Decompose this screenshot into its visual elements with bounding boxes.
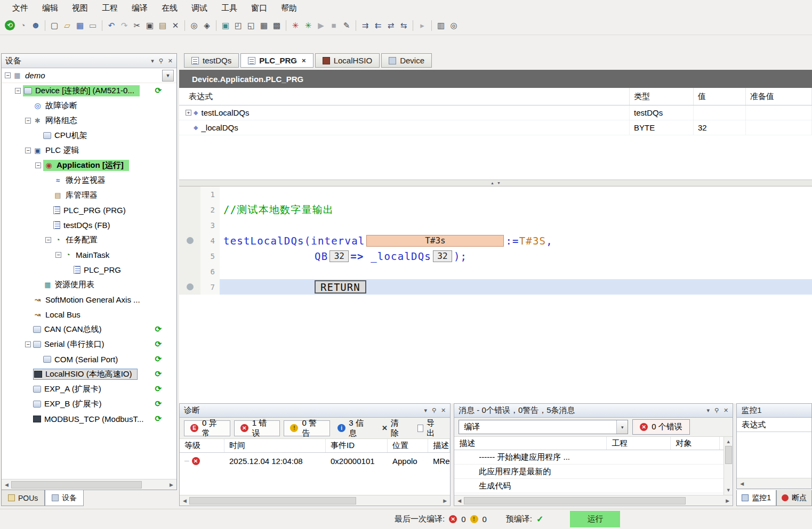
menu-item-view[interactable]: 视图 <box>65 0 95 16</box>
panel-pin-icon[interactable]: ⚲ <box>432 407 436 414</box>
table-row[interactable]: 生成代码 <box>454 479 723 493</box>
stop-app-icon[interactable]: ■ <box>327 19 340 32</box>
panel-pin-icon[interactable]: ⚲ <box>714 407 719 414</box>
table-row[interactable]: + ◆ testLocalDQs testDQs <box>179 105 812 120</box>
tree-item-maintask[interactable]: − MainTask <box>2 247 176 262</box>
tree-item-fault-diagnosis[interactable]: 故障诊断 <box>2 98 176 113</box>
grid-view-icon[interactable]: ▦ <box>258 19 270 32</box>
scroll-left-icon[interactable]: ◀ <box>737 479 746 488</box>
scroll-right-icon[interactable]: ▶ <box>167 481 176 489</box>
table-row[interactable]: ------ 开始构建应用程序 ... <box>454 450 723 465</box>
panel-dropdown-icon[interactable]: ▾ <box>151 58 154 64</box>
tab-watch1[interactable]: 监控1 <box>736 490 776 506</box>
import-box-icon[interactable]: ◱ <box>245 19 258 32</box>
grid-settings-icon[interactable]: ▩ <box>270 19 283 32</box>
inline-value-box[interactable]: 32 <box>433 250 452 262</box>
tree-item-testdqs[interactable]: testDQs (FB) <box>2 217 176 232</box>
find-icon[interactable]: ◎ <box>188 19 200 32</box>
expander-icon[interactable]: − <box>25 341 31 347</box>
step-over-icon[interactable]: ▸ <box>416 19 429 32</box>
cut-icon[interactable]: ✂ <box>131 19 143 32</box>
undo-icon[interactable]: ↶ <box>105 19 118 32</box>
copy-icon[interactable]: ▣ <box>143 19 156 32</box>
panel-close-icon[interactable]: ✕ <box>441 407 446 414</box>
device-tree-hscrollbar[interactable]: ◀ ▶ <box>2 479 176 490</box>
tree-item-plc-logic[interactable]: − PLC 逻辑 <box>2 143 176 158</box>
logout-device-icon[interactable]: ✳ <box>302 19 315 32</box>
tree-item-exp-b[interactable]: EXP_B (扩展卡) ⟳ <box>2 396 176 411</box>
panel-close-icon[interactable]: ✕ <box>168 58 173 64</box>
scroll-left-icon[interactable]: ◀ <box>180 497 189 505</box>
scrollbar-thumb[interactable] <box>725 446 732 464</box>
delete-icon[interactable]: ✕ <box>169 19 182 32</box>
device-combo[interactable]: − demo ▼ <box>2 68 176 83</box>
history-icon[interactable]: ◔ <box>17 19 29 32</box>
tab-breakpoints[interactable]: 断点 <box>776 490 812 506</box>
export-button[interactable]: 导出 <box>414 420 446 436</box>
tab-testdqs[interactable]: testDQs <box>184 53 239 68</box>
menu-item-help[interactable]: 帮助 <box>274 0 304 16</box>
scroll-down-icon[interactable]: ▼ <box>724 486 733 494</box>
menu-item-file[interactable]: 文件 <box>5 0 35 16</box>
breakpoint-margin[interactable] <box>179 248 200 264</box>
tab-localhsio[interactable]: LocalHSIO <box>315 53 380 68</box>
tree-item-local-bus[interactable]: Local Bus <box>2 307 176 322</box>
edit-mode-icon[interactable]: ✎ <box>340 19 353 32</box>
expander-icon[interactable]: − <box>15 88 21 94</box>
zoom-tool-icon[interactable]: ◎ <box>447 19 460 32</box>
panel-dropdown-icon[interactable]: ▾ <box>706 407 710 414</box>
scroll-left-icon[interactable]: ◀ <box>455 497 464 505</box>
tree-item-cpu-rack[interactable]: CPU机架 <box>2 128 176 143</box>
device-combo-arrow-icon[interactable]: ▼ <box>162 70 174 82</box>
expander-icon[interactable]: − <box>25 118 31 124</box>
tree-item-library-manager[interactable]: 库管理器 <box>2 188 176 202</box>
menu-item-build[interactable]: 编译 <box>125 0 155 16</box>
clear-button[interactable]: ✕ 清除 <box>378 420 410 436</box>
editor-splitter[interactable]: ▲ ▼ <box>179 180 812 186</box>
tree-item-resource-usage[interactable]: 资源使用表 <box>2 277 176 292</box>
breakpoint-margin[interactable] <box>179 186 200 202</box>
login-device-icon[interactable]: ✳ <box>289 19 302 32</box>
tree-item-maintask-plc-prg[interactable]: PLC_PRG <box>2 262 176 277</box>
image-tool-icon[interactable]: ▣ <box>219 19 232 32</box>
breakpoint-dot-icon[interactable] <box>187 237 194 244</box>
tree-item-com[interactable]: COM (Serial Port) ⟳ <box>2 352 176 367</box>
panel-dropdown-icon[interactable]: ▾ <box>424 407 427 414</box>
indent-left-icon[interactable]: ⇇ <box>372 19 384 32</box>
panel-close-icon[interactable]: ✕ <box>723 407 728 414</box>
save-icon[interactable]: ▦ <box>74 19 86 32</box>
breakpoint-dot-icon[interactable] <box>187 283 194 290</box>
tree-item-softmotion-axis[interactable]: SoftMotion General Axis ... <box>2 292 176 307</box>
tree-item-modbus-tcp[interactable]: MODBUS_TCP (ModbusT... ⟳ <box>2 411 176 426</box>
scroll-right-icon[interactable]: ▶ <box>440 497 449 505</box>
error-count-button[interactable]: ✕ 0 个错误 <box>632 419 690 435</box>
combo-dropdown-icon[interactable]: ▾ <box>616 420 628 434</box>
tree-item-serial[interactable]: − Serial (串行接口) ⟳ <box>2 337 176 352</box>
expander-icon[interactable]: − <box>55 252 61 258</box>
tree-item-trace[interactable]: 微分监视器 <box>2 173 176 188</box>
export-box-icon[interactable]: ◰ <box>232 19 245 32</box>
scrollbar-thumb[interactable] <box>464 497 686 504</box>
menu-item-window[interactable]: 窗口 <box>244 0 274 16</box>
find-replace-icon[interactable]: ◈ <box>200 19 213 32</box>
menu-item-project[interactable]: 工程 <box>95 0 125 16</box>
tree-item-device[interactable]: − Device [连接的] (AM521-0... ⟳ <box>2 83 176 98</box>
tab-pous[interactable]: POUs <box>1 490 45 506</box>
exceptions-filter-button[interactable]: E 0 异常 <box>184 420 230 436</box>
swap-back-icon[interactable]: ⇆ <box>397 19 410 32</box>
code-editor[interactable]: 1 2 //测试本地数字量输出 3 4 testLocalDQs(interva… <box>179 186 812 403</box>
new-file-icon[interactable]: ▢ <box>48 19 61 32</box>
expander-icon[interactable]: − <box>5 72 11 78</box>
redo-icon[interactable]: ↷ <box>118 19 131 32</box>
prepared-value-box[interactable]: T#3s <box>366 235 504 247</box>
messages-vscrollbar[interactable]: ▲ ▼ <box>723 437 733 495</box>
menu-item-debug[interactable]: 调试 <box>184 0 214 16</box>
user-login-icon[interactable]: ☻ <box>29 19 42 32</box>
scroll-right-icon[interactable]: ▶ <box>723 497 732 505</box>
warnings-filter-button[interactable]: ! 0 警告 <box>284 420 330 436</box>
tree-item-plc-prg[interactable]: PLC_PRG (PRG) <box>2 202 176 217</box>
tree-item-task-config[interactable]: − 任务配置 <box>2 232 176 247</box>
tab-close-icon[interactable]: × <box>302 56 306 64</box>
scrollbar-thumb[interactable] <box>189 497 356 504</box>
split-up-icon[interactable]: ▲ <box>491 181 494 185</box>
